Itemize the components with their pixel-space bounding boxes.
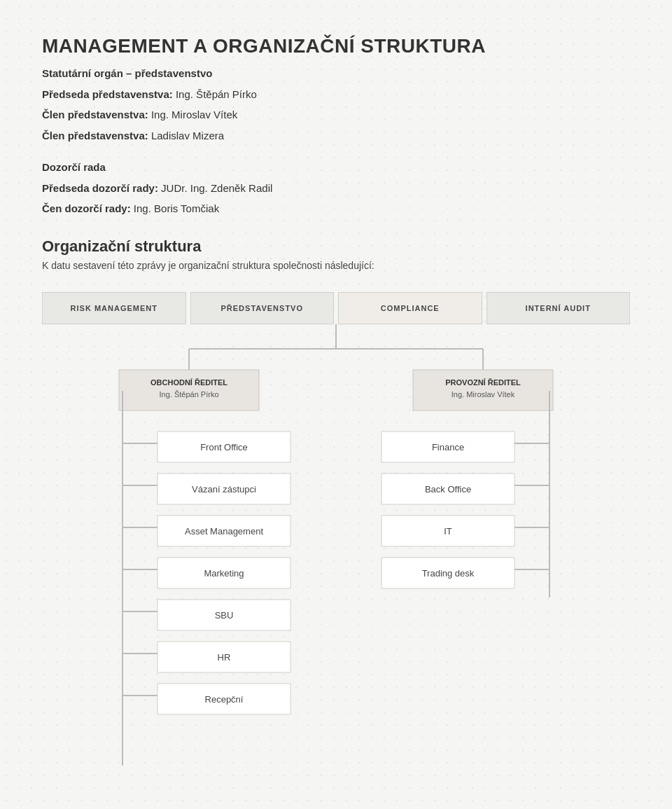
svg-text:Finance: Finance [432,442,464,452]
supervisory-line-2: Čen dozorčí rady: Ing. Boris Tomčiak [42,200,630,218]
svg-text:Vázaní zástupci: Vázaní zástupci [192,484,256,495]
supervisory-line-1: Předseda dozorčí rady: JUDr. Ing. Zdeněk… [42,179,630,198]
statutory-section: Statutární orgán – představenstvo Předse… [42,64,630,144]
svg-text:HR: HR [218,652,231,663]
svg-text:Ing. Miroslav Vítek: Ing. Miroslav Vítek [451,390,515,399]
svg-text:OBCHODNÍ ŘEDITEL: OBCHODNÍ ŘEDITEL [150,378,227,387]
svg-text:Front Office: Front Office [200,442,248,452]
svg-text:Recepční: Recepční [205,694,244,705]
statutory-heading: Statutární orgán – představenstvo [42,64,630,83]
main-title: MANAGEMENT A ORGANIZAČNÍ STRUKTURA [42,35,630,57]
supervisory-heading: Dozorčí rada [42,158,630,177]
svg-text:IT: IT [444,526,452,537]
svg-text:Marketing: Marketing [204,568,244,579]
statutory-line-3: Člen představenstva: Ladislav Mizera [42,127,630,145]
org-chart-svg: OBCHODNÍ ŘEDITEL Ing. Štěpán Pírko PROVO… [42,324,630,801]
statutory-line-1: Předseda představenstva: Ing. Štěpán Pír… [42,85,630,104]
org-structure-heading: Organizační struktura [42,237,630,256]
svg-text:Back Office: Back Office [425,484,471,495]
top-boxes-row: RISK MANAGEMENT PŘEDSTAVENSTVO COMPLIANC… [42,292,630,324]
top-box-compliance: COMPLIANCE [338,292,482,324]
svg-text:Asset Management: Asset Management [185,526,263,537]
svg-text:PROVOZNÍ ŘEDITEL: PROVOZNÍ ŘEDITEL [445,378,521,387]
svg-text:SBU: SBU [215,610,234,621]
svg-text:Ing. Štěpán Pírko: Ing. Štěpán Pírko [160,390,219,399]
statutory-line-2: Člen představenstva: Ing. Miroslav Vítek [42,106,630,124]
top-box-interni-audit: INTERNÍ AUDIT [486,292,631,324]
org-chart: OBCHODNÍ ŘEDITEL Ing. Štěpán Pírko PROVO… [42,324,630,801]
supervisory-section: Dozorčí rada Předseda dozorčí rady: JUDr… [42,158,630,218]
top-box-predstavenstvo: PŘEDSTAVENSTVO [190,292,335,324]
svg-text:Trading desk: Trading desk [422,568,475,579]
org-structure-desc: K datu sestavení této zprávy je organiza… [42,260,630,271]
org-structure-section: Organizační struktura K datu sestavení t… [42,237,630,271]
top-box-risk: RISK MANAGEMENT [42,292,186,324]
page-content: MANAGEMENT A ORGANIZAČNÍ STRUKTURA Statu… [0,0,672,809]
